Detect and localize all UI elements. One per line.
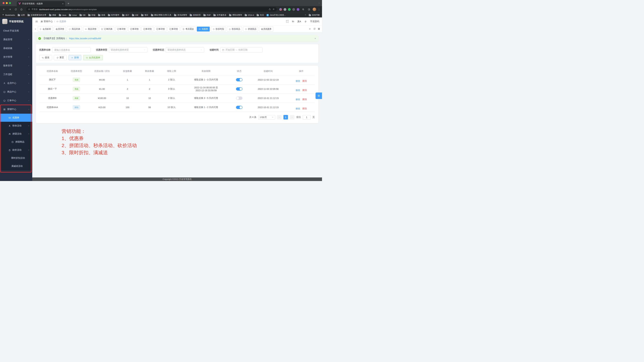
extensions-puzzle-icon[interactable]: [301, 7, 305, 12]
current-page-button[interactable]: 1: [284, 115, 288, 120]
alert-doc-link[interactable]: https://doc.iocoder.cn/mall/build/: [69, 37, 101, 40]
sidebar-item-reward[interactable]: 满减送活动: [0, 162, 32, 170]
browser-menu-icon[interactable]: ⋮: [318, 8, 320, 11]
bookmark-item[interactable]: 资讯未整理: [174, 14, 187, 17]
tag-chip[interactable]: 拼团商品: [243, 27, 258, 32]
tag-chip[interactable]: 订单列表: [99, 27, 114, 32]
tag-chip[interactable]: 秒杀时段: [211, 27, 226, 32]
sidebar-item-bargain[interactable]: 砍价活动: [0, 146, 32, 154]
bookmark-item[interactable]: IDE: [132, 14, 138, 16]
tags-refresh-icon[interactable]: [313, 28, 316, 31]
tab-search-icon[interactable]: [318, 2, 320, 5]
goto-page-input[interactable]: [303, 115, 310, 120]
next-page-button[interactable]: [290, 115, 294, 120]
delete-link[interactable]: 删除: [302, 89, 307, 91]
tag-chip[interactable]: 订单详情: [115, 27, 127, 32]
address-bar[interactable]: 不安全 dashboard-vue3.yudao.iocoder.cn/prom…: [26, 7, 277, 12]
sidebar-item-report[interactable]: 报表管理: [0, 61, 32, 70]
bookmark-item[interactable]: Bookmarks: [2, 14, 15, 16]
home-button[interactable]: [19, 7, 24, 12]
bookmark-item[interactable]: 网站/博客/文章/工具: [151, 14, 171, 17]
browser-tab[interactable]: 芋道管理系统 - 优惠券 ×: [17, 1, 65, 6]
fullscreen-icon[interactable]: [286, 20, 288, 23]
bookmark-item[interactable]: 游戏: [98, 14, 105, 17]
minimize-window-button[interactable]: [6, 2, 8, 4]
sidebar-item-combination[interactable]: 拼团活动: [0, 130, 32, 138]
sidebar-item-promotion[interactable]: 营销中心: [0, 105, 32, 114]
status-toggle[interactable]: [236, 87, 242, 91]
prev-page-button[interactable]: [277, 115, 282, 120]
sidebar-item-cloud-docs[interactable]: Cloud 开发文档: [0, 27, 32, 35]
tag-chip[interactable]: 会员标签: [38, 27, 53, 32]
add-button[interactable]: 新增: [68, 55, 81, 60]
bookmark-item[interactable]: 其他语言: [190, 14, 201, 17]
extension-icon[interactable]: [288, 8, 291, 11]
maximize-window-button[interactable]: [9, 2, 11, 4]
tag-chip[interactable]: 售后退款: [181, 27, 196, 32]
coupon-status-select[interactable]: 请选择优惠券状态: [166, 47, 204, 53]
user-name[interactable]: 芋道源码: [310, 20, 319, 23]
sidebar-item-member[interactable]: 会员中心: [0, 79, 32, 88]
sidebar-item-discount[interactable]: 限时折扣活动: [0, 154, 32, 162]
bell-icon[interactable]: [304, 20, 307, 23]
sidebar-item-coupon[interactable]: 优惠券: [0, 114, 32, 122]
bookmark-item[interactable]: Linux: [69, 14, 77, 16]
bookmark-item[interactable]: Java开发|小组首...: [266, 14, 286, 17]
reload-button[interactable]: [14, 7, 18, 12]
tag-chip[interactable]: 商品列表: [67, 27, 82, 32]
reset-button[interactable]: 重置: [54, 55, 67, 60]
sidebar-item-infra[interactable]: 基础设施: [0, 44, 32, 53]
close-window-button[interactable]: [2, 2, 4, 4]
delete-link[interactable]: 删除: [302, 107, 307, 110]
tag-chip[interactable]: 订单详情: [142, 27, 154, 32]
other-bookmarks[interactable]: 其他书签: [309, 14, 320, 17]
tags-layout-icon[interactable]: [318, 28, 320, 31]
sidebar-item-order[interactable]: 订单中心: [0, 96, 32, 105]
delete-link[interactable]: 删除: [302, 80, 307, 82]
bookmark-item[interactable]: 设计: [122, 14, 129, 17]
coupon-name-input[interactable]: [52, 47, 90, 53]
extension-icon[interactable]: [284, 8, 286, 11]
side-panel-icon[interactable]: [307, 7, 311, 12]
page-size-select[interactable]: 10条/页: [258, 115, 275, 120]
back-button[interactable]: [2, 7, 6, 12]
tags-scroll-left-icon[interactable]: [34, 28, 36, 30]
tag-chip[interactable]: 商品详情: [83, 27, 98, 32]
bookmark-item[interactable]: PHP: [204, 14, 211, 16]
settings-gear-button[interactable]: [316, 93, 322, 99]
bookmark-item[interactable]: 2014-4: [245, 14, 254, 16]
alert-close-icon[interactable]: ×: [314, 37, 316, 40]
sidebar-item-product[interactable]: 商品中心: [0, 88, 32, 96]
tag-chip[interactable]: 订单详情: [128, 27, 140, 32]
breadcrumb-promotion[interactable]: 营销中心: [41, 20, 53, 23]
bookmark-item[interactable]: 项目: [141, 14, 148, 17]
bookmark-item[interactable]: 文件服务器: [214, 14, 226, 17]
sidebar-item-system[interactable]: 系统管理: [0, 35, 32, 44]
bookmark-item[interactable]: 软件/硬件: [108, 14, 120, 17]
tab-close-icon[interactable]: ×: [62, 3, 64, 5]
member-coupon-button[interactable]: 会员优惠券: [83, 55, 103, 60]
coupon-type-select[interactable]: 请选择优惠券类型: [109, 47, 147, 53]
bookmark-item[interactable]: 搜索: [49, 14, 56, 17]
status-toggle[interactable]: [236, 106, 242, 109]
profile-avatar[interactable]: [313, 8, 316, 11]
font-size-icon[interactable]: TT: [292, 20, 294, 23]
bookmark-item[interactable]: 生活: [257, 14, 264, 17]
collapse-sidebar-icon[interactable]: [35, 20, 38, 23]
edit-link[interactable]: 修改: [296, 89, 300, 91]
share-icon[interactable]: [268, 8, 271, 11]
bookmark-item[interactable]: 博客未整理: [229, 14, 242, 17]
sidebar-item-combination-product[interactable]: 拼团商品: [0, 138, 32, 146]
edit-link[interactable]: 修改: [296, 80, 300, 82]
bookmarks-overflow-icon[interactable]: [304, 14, 306, 16]
edit-link[interactable]: 修改: [296, 107, 300, 110]
extension-icon[interactable]: [297, 8, 300, 11]
delete-link[interactable]: 删除: [302, 98, 307, 101]
status-toggle[interactable]: [236, 78, 242, 81]
tag-chip[interactable]: 订单详情: [154, 27, 166, 32]
locale-icon[interactable]: 文A: [298, 20, 301, 23]
bookmark-item[interactable]: 运营: [18, 14, 25, 17]
app-logo[interactable]: 芋道管理系统: [0, 18, 32, 26]
date-range-picker[interactable]: 开始日期 – 结束日期: [220, 47, 262, 53]
tag-chip[interactable]: 秒杀商品: [227, 27, 242, 32]
